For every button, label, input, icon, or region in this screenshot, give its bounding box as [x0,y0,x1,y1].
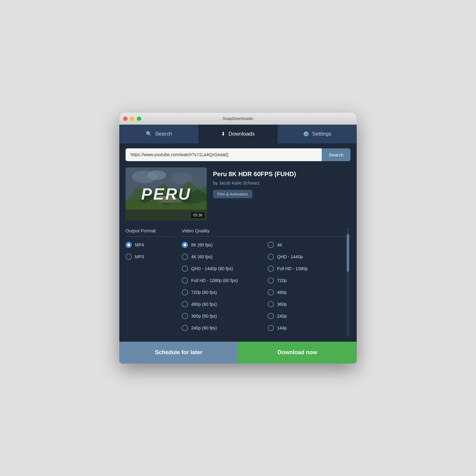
tab-settings-label: Settings [312,131,331,137]
tab-search[interactable]: 🔍 Search [119,125,198,143]
format-mp4-label: MP4 [135,242,144,247]
quality-480p60[interactable]: 480p (60 fps) [182,301,265,307]
app-window: SnapDownloader 🔍 Search ⬇ Downloads ⚙️ S… [119,113,357,364]
tab-downloads[interactable]: ⬇ Downloads [198,125,277,143]
app-title: SnapDownloader [222,116,254,121]
quality-right: 4K QHD - 1440p Full HD - 1080p [268,242,350,337]
format-mp4[interactable]: MP4 [126,242,176,248]
label-4k60: 4K (60 fps) [191,254,212,259]
quality-144p[interactable]: 144p [268,325,350,331]
quality-left: 8K (60 fps) 4K (60 fps) QHD - 1440p (60 … [182,242,268,337]
radio-240p60[interactable] [182,325,188,331]
quality-360p[interactable]: 360p [268,301,350,307]
quality-720p[interactable]: 720p [268,277,350,284]
search-button[interactable]: Search [322,148,350,161]
label-480p: 480p [277,290,287,295]
radio-360p60[interactable] [182,313,188,319]
duration-badge: 05:38 [191,212,204,218]
radio-qhd60[interactable] [182,265,188,272]
quality-fhd60[interactable]: Full HD - 1080p (60 fps) [182,277,265,284]
scrollbar[interactable] [347,228,349,337]
label-360p: 360p [277,302,287,307]
titlebar: SnapDownloader [119,113,357,125]
label-720p: 720p [277,278,287,283]
format-mp3-label: MP3 [135,254,144,259]
minimize-button[interactable] [130,117,134,121]
label-qhd60: QHD - 1440p (60 fps) [191,266,233,271]
radio-720p[interactable] [268,277,274,284]
quality-qhd[interactable]: QHD - 1440p [268,254,350,260]
main-content: Search [119,143,357,342]
radio-mp3[interactable] [126,254,132,260]
settings-icon: ⚙️ [303,131,309,137]
radio-8k60[interactable] [182,242,188,248]
tab-downloads-label: Downloads [228,131,255,137]
quality-240p60[interactable]: 240p (60 fps) [182,325,265,331]
url-input[interactable] [126,148,322,161]
label-240p60: 240p (60 fps) [191,325,217,330]
radio-fhd[interactable] [268,265,274,272]
video-title: Peru 8K HDR 60FPS (FUHD) [213,170,350,178]
quality-qhd60[interactable]: QHD - 1440p (60 fps) [182,265,265,272]
scrollbar-thumb[interactable] [347,234,349,272]
radio-360p[interactable] [268,301,274,307]
svg-point-2 [147,171,166,180]
schedule-button[interactable]: Schedule for later [119,342,238,364]
label-360p60: 360p (60 fps) [191,314,217,319]
options-container: Output Format MP4 MP3 Video Quality [126,228,350,337]
label-144p: 144p [277,325,287,330]
search-icon: 🔍 [146,131,152,137]
radio-fhd60[interactable] [182,277,188,284]
format-mp3[interactable]: MP3 [126,254,176,260]
radio-720p60[interactable] [182,289,188,295]
quality-column: Video Quality 8K (60 fps) 4K (60 [182,228,350,337]
label-4k: 4K [277,242,282,247]
video-info: PERU 05:38 Peru 8K HDR 60FPS (FUHD) by J… [126,167,350,221]
quality-720p60[interactable]: 720p (60 fps) [182,289,265,295]
label-8k60: 8K (60 fps) [191,242,212,247]
quality-8k60[interactable]: 8K (60 fps) [182,242,265,248]
video-category: Film & Animation [213,190,252,198]
label-fhd: Full HD - 1080p [277,266,308,271]
format-column: Output Format MP4 MP3 [126,228,182,337]
tab-settings[interactable]: ⚙️ Settings [278,125,357,143]
video-details: Peru 8K HDR 60FPS (FUHD) by Jacob Katie … [213,167,350,221]
label-480p60: 480p (60 fps) [191,302,217,307]
video-thumbnail: PERU 05:38 [126,167,207,221]
search-bar: Search [126,148,350,161]
download-button[interactable]: Download now [238,342,357,364]
window-controls [123,117,141,121]
radio-240p[interactable] [268,313,274,319]
radio-480p[interactable] [268,289,274,295]
radio-4k[interactable] [268,242,274,248]
tab-search-label: Search [155,131,172,137]
radio-144p[interactable] [268,325,274,331]
close-button[interactable] [123,117,127,121]
label-240p: 240p [277,314,287,319]
label-qhd: QHD - 1440p [277,254,303,259]
download-icon: ⬇ [221,131,225,137]
quality-240p[interactable]: 240p [268,313,350,319]
quality-480p[interactable]: 480p [268,289,350,295]
label-720p60: 720p (60 fps) [191,290,217,295]
quality-header: Video Quality [182,228,350,237]
video-author: by Jacob Katie Schwarz [213,181,350,186]
radio-4k60[interactable] [182,254,188,260]
radio-mp4[interactable] [126,242,132,248]
maximize-button[interactable] [137,117,141,121]
peru-text: PERU [141,185,191,203]
radio-480p60[interactable] [182,301,188,307]
bottom-actions: Schedule for later Download now [119,342,357,364]
radio-qhd[interactable] [268,254,274,260]
nav-tabs: 🔍 Search ⬇ Downloads ⚙️ Settings [119,125,357,143]
options-area: Output Format MP4 MP3 Video Quality [126,228,350,337]
label-fhd60: Full HD - 1080p (60 fps) [191,278,238,283]
format-header: Output Format [126,228,176,237]
svg-point-3 [171,173,193,184]
quality-4k[interactable]: 4K [268,242,350,248]
quality-360p60[interactable]: 360p (60 fps) [182,313,265,319]
quality-4k60[interactable]: 4K (60 fps) [182,254,265,260]
quality-fhd[interactable]: Full HD - 1080p [268,265,350,272]
